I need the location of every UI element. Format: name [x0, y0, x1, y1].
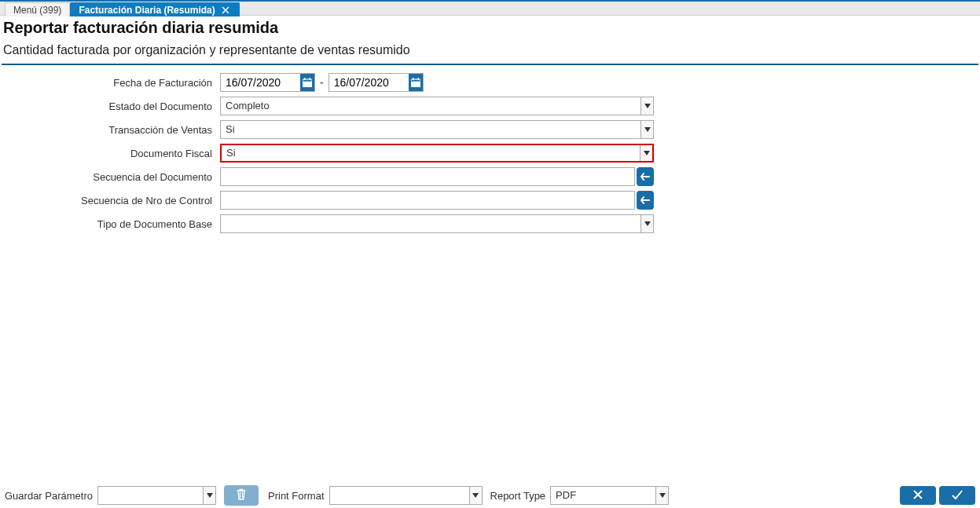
- close-icon[interactable]: [220, 5, 231, 16]
- chevron-down-icon[interactable]: [203, 487, 215, 504]
- guardar-param-value: [98, 487, 215, 504]
- secuencia-doc-input[interactable]: [220, 167, 635, 186]
- svg-rect-6: [310, 78, 311, 80]
- row-tipo-base: Tipo de Documento Base: [3, 214, 977, 233]
- row-estado: Estado del Documento Completo: [3, 97, 977, 115]
- svg-rect-5: [304, 78, 306, 80]
- row-transaccion: Transacción de Ventas Si: [3, 120, 977, 139]
- label-fecha: Fecha de Facturación: [3, 77, 220, 89]
- print-format-select[interactable]: [329, 486, 483, 505]
- label-secuencia-doc: Secuencia del Documento: [3, 171, 220, 183]
- tipo-base-value: [221, 215, 653, 232]
- delete-button[interactable]: [224, 485, 259, 506]
- chevron-down-icon[interactable]: [640, 145, 652, 161]
- confirm-button[interactable]: [939, 486, 975, 505]
- cancel-button[interactable]: [900, 486, 936, 505]
- chevron-down-icon[interactable]: [469, 487, 482, 504]
- row-secuencia-doc: Secuencia del Documento: [3, 167, 977, 186]
- form-area: Fecha de Facturación - Estado del Docume…: [0, 65, 980, 233]
- date-from-input[interactable]: [220, 73, 315, 92]
- transaccion-select[interactable]: Si: [220, 120, 654, 139]
- label-fiscal: Documento Fiscal: [3, 148, 220, 159]
- svg-rect-10: [413, 78, 414, 80]
- page-title: Reportar facturación diaria resumida: [3, 19, 978, 37]
- tab-menu-label: Menú (399): [13, 5, 61, 16]
- fiscal-value: Si: [222, 144, 652, 162]
- chevron-down-icon[interactable]: [640, 215, 653, 232]
- chevron-down-icon[interactable]: [640, 97, 653, 115]
- print-format-value: [330, 487, 482, 504]
- chevron-down-icon[interactable]: [655, 487, 668, 504]
- tab-active-label: Facturación Diaria (Resumida): [79, 5, 215, 16]
- guardar-label: Guardar Parámetro: [5, 490, 93, 502]
- svg-rect-11: [417, 78, 419, 80]
- label-secuencia-control: Secuencia de Nro de Control: [3, 195, 220, 206]
- tipo-base-select[interactable]: [220, 214, 654, 233]
- label-estado: Estado del Documento: [3, 101, 220, 112]
- estado-select[interactable]: Completo: [220, 97, 654, 115]
- report-type-label: Report Type: [490, 490, 546, 502]
- guardar-param-select[interactable]: [97, 486, 216, 505]
- svg-rect-8: [411, 79, 420, 82]
- fiscal-select[interactable]: Si: [220, 144, 654, 163]
- estado-value: Completo: [221, 97, 653, 115]
- tab-facturacion-diaria[interactable]: Facturación Diaria (Resumida): [70, 2, 239, 16]
- tab-bar: Menú (399) Facturación Diaria (Resumida): [0, 0, 980, 16]
- svg-rect-3: [303, 79, 312, 82]
- calendar-icon[interactable]: [409, 74, 423, 91]
- calendar-icon[interactable]: [300, 74, 314, 91]
- trash-icon: [235, 488, 248, 503]
- date-to-input[interactable]: [329, 73, 424, 92]
- row-fiscal: Documento Fiscal Si: [3, 144, 977, 163]
- transaccion-value: Si: [221, 121, 653, 138]
- print-format-label: Print Format: [268, 490, 325, 502]
- tab-menu[interactable]: Menú (399): [5, 2, 70, 16]
- lookup-button[interactable]: [637, 167, 654, 186]
- page-header: Reportar facturación diaria resumida Can…: [2, 16, 978, 65]
- row-secuencia-control: Secuencia de Nro de Control: [3, 191, 977, 210]
- label-transaccion: Transacción de Ventas: [3, 124, 220, 136]
- row-fecha: Fecha de Facturación -: [3, 73, 977, 92]
- check-icon: [950, 488, 964, 504]
- close-icon: [911, 488, 925, 504]
- report-type-select[interactable]: PDF: [550, 486, 669, 505]
- footer-bar: Guardar Parámetro Print Format Report Ty…: [0, 484, 980, 508]
- lookup-button[interactable]: [637, 191, 654, 210]
- label-tipo-base: Tipo de Documento Base: [3, 218, 220, 230]
- page-subtitle: Cantidad facturada por organización y re…: [3, 43, 978, 57]
- secuencia-control-input[interactable]: [220, 191, 635, 210]
- report-type-value: PDF: [551, 487, 668, 504]
- date-separator: -: [315, 76, 329, 89]
- chevron-down-icon[interactable]: [640, 121, 653, 138]
